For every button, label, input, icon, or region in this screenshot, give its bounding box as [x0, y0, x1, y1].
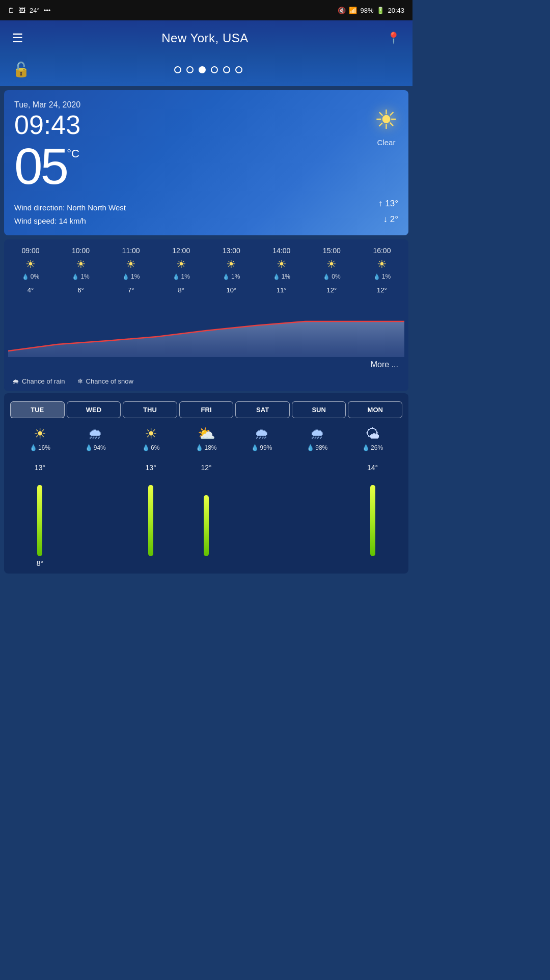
- hourly-section: 09:00 ☀ 💧 0% 10:00 ☀ 💧 1% 11:00 ☀ 💧 1% 1…: [4, 239, 408, 391]
- hour-precip-5: 💧 1%: [273, 273, 290, 280]
- weekly-item-5: 🌧 💧 98%: [289, 425, 345, 451]
- bar-temp-high-2: 13°: [146, 464, 156, 472]
- day-tab-fri[interactable]: FRI: [179, 401, 234, 418]
- weekly-item-6: 🌤 💧 26%: [345, 425, 400, 451]
- bar-wrapper-6: [370, 475, 375, 556]
- hour-item-7: 16:00 ☀ 💧 1%: [360, 247, 404, 280]
- rain-precip-icon-4: 💧: [223, 274, 230, 280]
- chart-temp-7: 12°: [360, 286, 404, 294]
- hour-precip-2: 💧 1%: [122, 273, 140, 280]
- battery-icon: 🔋: [376, 7, 384, 14]
- hour-time-1: 10:00: [72, 247, 90, 255]
- day-tab-sat[interactable]: SAT: [235, 401, 290, 418]
- weekly-item-4: 🌧 💧 99%: [234, 425, 289, 451]
- day-tab-wed[interactable]: WED: [67, 401, 121, 418]
- sun-icon-5: ☀: [277, 258, 287, 271]
- rain-precip-icon-5: 💧: [273, 274, 280, 280]
- weekly-weather-icon-4: 🌧: [255, 425, 269, 442]
- weekly-precip-icon-3: 💧: [196, 444, 203, 451]
- bar-item-0: 13° 8°: [12, 459, 68, 567]
- weekly-weather-icon-1: 🌧: [88, 425, 102, 442]
- dot-6[interactable]: [235, 66, 242, 73]
- day-tab-mon[interactable]: MON: [348, 401, 402, 418]
- hour-time-6: 15:00: [323, 247, 341, 255]
- weekly-precip-icon-1: 💧: [85, 444, 93, 451]
- chart-temp-1: 6°: [59, 286, 103, 294]
- status-right: 🔇 📶 98% 🔋 20:43: [338, 7, 404, 14]
- legend-rain-label: Chance of rain: [22, 377, 65, 385]
- hour-item-6: 15:00 ☀ 💧 0%: [309, 247, 354, 280]
- rain-precip-icon-6: 💧: [323, 274, 330, 280]
- hour-item-4: 13:00 ☀ 💧 1%: [209, 247, 254, 280]
- wind-speed: Wind speed: 14 km/h: [14, 214, 126, 228]
- day-tab-sun[interactable]: SUN: [292, 401, 346, 418]
- sun-icon-3: ☀: [176, 258, 186, 271]
- current-weather-card: Tue, Mar 24, 2020 09:43 05 °C ☀ Clear Wi…: [4, 90, 408, 235]
- gallery-icon: 🖼: [19, 7, 25, 14]
- dot-5[interactable]: [223, 66, 230, 73]
- sun-icon-1: ☀: [76, 258, 86, 271]
- day-tab-thu[interactable]: THU: [123, 401, 177, 418]
- status-bar: 🗒 🖼 24° ••• 🔇 📶 98% 🔋 20:43: [0, 0, 413, 20]
- weekly-precip-icon-5: 💧: [307, 444, 314, 451]
- rain-precip-icon-7: 💧: [373, 274, 380, 280]
- dot-3[interactable]: [199, 66, 206, 73]
- day-tab-tue[interactable]: TUE: [10, 401, 65, 418]
- hour-precip-1: 💧 1%: [72, 273, 89, 280]
- legend-snow: ❄ Chance of snow: [77, 377, 133, 385]
- condition-label: Clear: [377, 138, 396, 147]
- wind-direction: Wind direction: North North West: [14, 201, 126, 214]
- bar-temp-low-0: 8°: [37, 559, 43, 567]
- weekly-precip-2: 💧 6%: [142, 444, 159, 451]
- bar-wrapper-0: [37, 475, 42, 556]
- chart-temp-labels: 4°6°7°8°10°11°12°12°: [4, 286, 408, 294]
- dot-2[interactable]: [186, 66, 194, 73]
- weekly-precip-1: 💧 94%: [85, 444, 106, 451]
- chart-temp-5: 11°: [259, 286, 304, 294]
- bar-wrapper-2: [148, 475, 153, 556]
- weekly-item-2: ☀ 💧 6%: [123, 425, 179, 451]
- bar-item-2: 13° -: [123, 459, 179, 567]
- current-date: Tue, Mar 24, 2020: [14, 100, 80, 110]
- snow-icon: ❄: [77, 377, 83, 385]
- temp-low: ↓ 2°: [378, 212, 398, 228]
- lock-icon[interactable]: 🔓: [12, 61, 30, 78]
- weekly-precip-6: 💧 26%: [362, 444, 383, 451]
- more-link[interactable]: More ...: [4, 357, 408, 373]
- chart-temp-6: 12°: [309, 286, 354, 294]
- dots-row: 🔓: [0, 56, 413, 86]
- sun-icon-6: ☀: [326, 258, 337, 271]
- status-time: 20:43: [388, 7, 404, 14]
- weather-card-top: Tue, Mar 24, 2020 09:43 05 °C ☀ Clear: [14, 100, 398, 189]
- hour-item-3: 12:00 ☀ 💧 1%: [159, 247, 204, 280]
- bar-fill-0: [37, 485, 42, 556]
- app-icon: 🗒: [8, 7, 15, 14]
- status-dots: •••: [44, 7, 51, 14]
- bar-fill-2: [148, 485, 153, 556]
- dot-1[interactable]: [174, 66, 181, 73]
- chart-temp-2: 7°: [108, 286, 153, 294]
- location-button[interactable]: 📍: [387, 32, 400, 45]
- menu-button[interactable]: ☰: [12, 31, 23, 45]
- sun-icon-4: ☀: [226, 258, 236, 271]
- hour-item-5: 14:00 ☀ 💧 1%: [259, 247, 304, 280]
- weekly-precip-icon-2: 💧: [142, 444, 150, 451]
- page-dots: [174, 66, 242, 73]
- weekly-section: TUEWEDTHUFRISATSUNMON ☀ 💧 16% 🌧 💧 94% ☀ …: [4, 393, 408, 574]
- chart-temp-0: 4°: [8, 286, 53, 294]
- city-title: New York, USA: [161, 31, 249, 45]
- bar-fill-6: [370, 485, 375, 556]
- hour-precip-7: 💧 1%: [373, 273, 391, 280]
- battery-percent: 98%: [360, 7, 373, 14]
- current-time: 09:43: [14, 112, 80, 138]
- rain-precip-icon-1: 💧: [72, 274, 79, 280]
- hour-precip-0: 💧 0%: [22, 273, 39, 280]
- hour-time-4: 13:00: [223, 247, 240, 255]
- hour-precip-4: 💧 1%: [223, 273, 240, 280]
- sun-icon-2: ☀: [126, 258, 136, 271]
- weekly-icons: ☀ 💧 16% 🌧 💧 94% ☀ 💧 6% ⛅ 💧 18% 🌧 💧 99% 🌧: [10, 425, 402, 451]
- weekly-item-1: 🌧 💧 94%: [68, 425, 123, 451]
- bars-section: 13° 8° 13° - 12° -: [10, 455, 402, 567]
- hour-precip-3: 💧 1%: [173, 273, 190, 280]
- dot-4[interactable]: [211, 66, 218, 73]
